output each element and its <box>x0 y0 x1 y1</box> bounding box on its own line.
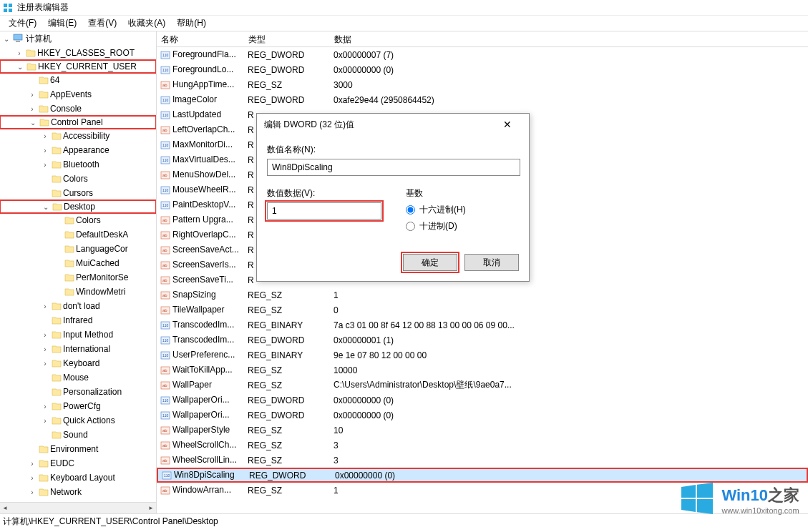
tree-toggle-icon[interactable] <box>53 272 63 282</box>
tree-toggle-icon[interactable]: ⌄ <box>28 117 38 127</box>
tree-toggle-icon[interactable]: › <box>40 401 50 411</box>
list-row[interactable]: ForegroundFla...REG_DWORD0x00000007 (7) <box>157 47 808 62</box>
tree-toggle-icon[interactable]: ⌄ <box>41 202 51 212</box>
tree-toggle-icon[interactable]: › <box>40 344 50 354</box>
list-row[interactable]: HungAppTime...REG_SZ3000 <box>157 77 808 92</box>
tree-item[interactable]: PerMonitorSe <box>0 270 156 285</box>
tree-toggle-icon[interactable] <box>40 387 50 397</box>
col-header-data[interactable]: 数据 <box>330 31 808 46</box>
menu-view[interactable]: 查看(V) <box>82 16 122 31</box>
list-row[interactable]: WallpaperOri...REG_DWORD0x00000000 (0) <box>157 393 808 408</box>
tree-toggle-icon[interactable]: › <box>27 104 37 114</box>
tree-item[interactable]: DefaultDeskA <box>0 227 156 242</box>
tree-item[interactable]: ⌄HKEY_CURRENT_USER <box>0 59 156 74</box>
ok-button[interactable]: 确定 <box>403 254 457 271</box>
tree-item[interactable]: 64 <box>0 73 156 87</box>
tree-item[interactable]: ›HKEY_CLASSES_ROOT <box>0 46 156 60</box>
tree-toggle-icon[interactable]: › <box>27 487 37 497</box>
close-icon[interactable]: ✕ <box>493 114 522 134</box>
tree-item[interactable]: ›Quick Actions <box>0 413 156 428</box>
value-name-field[interactable] <box>267 159 520 176</box>
tree-toggle-icon[interactable]: › <box>40 131 50 141</box>
tree-item[interactable]: ›Network <box>0 485 156 499</box>
tree-toggle-icon[interactable] <box>40 188 50 198</box>
tree-item[interactable]: Mouse <box>0 370 156 385</box>
tree-toggle-icon[interactable]: › <box>40 159 50 169</box>
tree-toggle-icon[interactable]: › <box>27 458 37 468</box>
list-row[interactable]: TranscodedIm...REG_DWORD0x00000001 (1) <box>157 332 808 348</box>
tree-toggle-icon[interactable]: › <box>40 145 50 155</box>
tree-item[interactable]: ›Input Method <box>0 327 156 342</box>
list-row[interactable]: WallPaperREG_SZC:\Users\Administrator\De… <box>157 378 808 393</box>
list-row[interactable]: Win8DpiScalingREG_DWORD0x00000000 (0) <box>157 468 808 483</box>
list-row[interactable]: WaitToKillApp...REG_SZ10000 <box>157 363 808 378</box>
tree-toggle-icon[interactable]: › <box>40 358 50 368</box>
tree-toggle-icon[interactable] <box>53 230 63 240</box>
tree-item[interactable]: ›Keyboard Layout <box>0 471 156 485</box>
list-row[interactable]: WallpaperOri...REG_DWORD0x00000000 (0) <box>157 408 808 423</box>
tree-toggle-icon[interactable] <box>53 287 63 297</box>
tree-toggle-icon[interactable] <box>53 244 63 254</box>
list-row[interactable]: WallpaperStyleREG_SZ10 <box>157 423 808 438</box>
tree-toggle-icon[interactable]: › <box>27 473 37 483</box>
list-row[interactable]: SnapSizingREG_SZ1 <box>157 287 808 302</box>
tree-toggle-icon[interactable]: › <box>40 330 50 340</box>
tree-item[interactable]: ⌄Control Panel <box>0 115 156 129</box>
list-row[interactable]: ImageColorREG_DWORD0xafe29e44 (295086445… <box>157 92 808 107</box>
tree-item[interactable]: ›Accessibility <box>0 129 156 143</box>
tree-item[interactable]: ›PowerCfg <box>0 399 156 413</box>
tree-item[interactable]: LanguageCor <box>0 242 156 256</box>
col-header-type[interactable]: 类型 <box>244 31 330 46</box>
radio-hex[interactable]: 十六进制(H) <box>406 204 519 216</box>
tree-toggle-icon[interactable]: › <box>40 415 50 425</box>
col-header-name[interactable]: 名称 <box>157 31 244 46</box>
cancel-button[interactable]: 取消 <box>464 254 519 271</box>
radio-dec[interactable]: 十进制(D) <box>406 220 519 232</box>
tree-item[interactable]: WindowMetri <box>0 285 156 299</box>
tree-item[interactable]: ›AppEvents <box>0 87 156 102</box>
menu-edit[interactable]: 编辑(E) <box>42 16 82 31</box>
menu-help[interactable]: 帮助(H) <box>171 16 212 31</box>
tree-item[interactable]: ⌄Desktop <box>0 200 156 214</box>
tree-item[interactable]: Colors <box>0 172 156 186</box>
tree-item[interactable]: Environment <box>0 442 156 456</box>
list-row[interactable]: WheelScrollLin...REG_SZ3 <box>157 453 808 468</box>
tree-item[interactable]: ⌄计算机 <box>0 31 156 46</box>
tree-toggle-icon[interactable] <box>53 258 63 268</box>
list-row[interactable]: ForegroundLo...REG_DWORD0x00000000 (0) <box>157 62 808 77</box>
tree-item[interactable]: ›don't load <box>0 299 156 313</box>
tree-item[interactable]: MuiCached <box>0 256 156 270</box>
tree-item[interactable]: ›International <box>0 342 156 356</box>
list-row[interactable]: WheelScrollCh...REG_SZ3 <box>157 438 808 453</box>
menu-file[interactable]: 文件(F) <box>3 16 42 31</box>
tree-item[interactable]: ›Console <box>0 102 156 116</box>
tree-item[interactable]: Personalization <box>0 385 156 399</box>
tree-item[interactable]: ›Bluetooth <box>0 157 156 172</box>
tree-toggle-icon[interactable] <box>40 373 50 383</box>
tree-item[interactable]: Sound <box>0 428 156 442</box>
tree-item[interactable]: ›Appearance <box>0 143 156 157</box>
tree-item[interactable]: ›EUDC <box>0 456 156 471</box>
tree-item[interactable]: Infrared <box>0 313 156 327</box>
menu-favorites[interactable]: 收藏夹(A) <box>122 16 171 31</box>
list-row[interactable]: TranscodedIm...REG_BINARY7a c3 01 00 8f … <box>157 317 808 332</box>
tree-toggle-icon[interactable] <box>40 430 50 440</box>
list-row[interactable]: UserPreferenc...REG_BINARY9e 1e 07 80 12… <box>157 348 808 363</box>
tree-item[interactable]: Cursors <box>0 186 156 200</box>
tree-toggle-icon[interactable] <box>40 174 50 184</box>
tree-toggle-icon[interactable]: ⌄ <box>1 34 11 44</box>
tree-item[interactable]: ›Keyboard <box>0 356 156 370</box>
tree-toggle-icon[interactable] <box>27 75 37 85</box>
list-row[interactable]: TileWallpaperREG_SZ0 <box>157 302 808 317</box>
tree-toggle-icon[interactable] <box>27 444 37 454</box>
tree-toggle-icon[interactable]: ⌄ <box>15 61 25 72</box>
tree-toggle-icon[interactable]: › <box>27 89 37 99</box>
dialog-title-bar[interactable]: 编辑 DWORD (32 位)值 ✕ <box>257 114 529 135</box>
tree-toggle-icon[interactable] <box>40 315 50 325</box>
tree-toggle-icon[interactable]: › <box>40 301 50 311</box>
tree-toggle-icon[interactable]: › <box>14 48 24 58</box>
horizontal-scrollbar[interactable] <box>0 502 156 513</box>
tree-item[interactable]: Colors <box>0 213 156 227</box>
value-data-field[interactable] <box>267 202 381 220</box>
tree-toggle-icon[interactable] <box>53 215 63 225</box>
